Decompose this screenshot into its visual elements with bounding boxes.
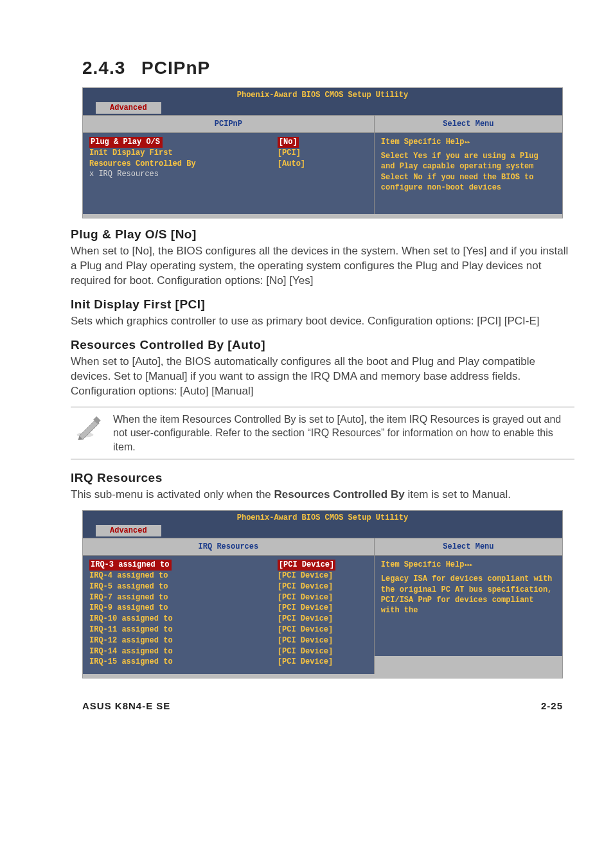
subsection-body: This sub-menu is activated only when the…	[71, 488, 574, 502]
footer-page-number: 2-25	[541, 700, 563, 711]
bios-item-value	[278, 169, 368, 180]
bios-item-value: [PCI Device]	[278, 571, 368, 581]
bios-item-row: IRQ-9 assigned to[PCI Device]	[89, 603, 368, 614]
bios-item-row: IRQ-10 assigned to[PCI Device]	[89, 614, 368, 624]
bios-right-header: Select Menu	[375, 116, 562, 133]
subsection-title: Resources Controlled By [Auto]	[71, 338, 574, 352]
bios-help-title: Item Specific Help	[381, 137, 465, 146]
bios-item-label: Plug & Play O/S	[89, 137, 163, 148]
bios-item-label: x IRQ Resources	[89, 169, 278, 180]
text-strong: Resources Controlled By	[274, 488, 405, 500]
bios-item-label: IRQ-3 assigned to	[89, 560, 172, 571]
subsection-title: IRQ Resources	[71, 471, 574, 485]
note-callout: When the item Resources Controlled By is…	[71, 407, 574, 460]
bios-item-value: [PCI Device]	[278, 657, 368, 668]
bios-item-value: [PCI Device]	[278, 624, 368, 635]
bios-item-row: IRQ-12 assigned to[PCI Device]	[89, 635, 368, 646]
section-name: PCIPnP	[141, 58, 210, 78]
bios-item-row: Plug & Play O/S[No]	[89, 137, 368, 148]
subsection-title: Init Display First [PCI]	[71, 297, 574, 312]
bios-item-row: IRQ-7 assigned to[PCI Device]	[89, 592, 368, 603]
bios-help-title: Item Specific Help	[381, 560, 465, 569]
bios-item-row: IRQ-15 assigned to[PCI Device]	[89, 657, 368, 668]
bios-item-label: Init Display First	[89, 148, 278, 159]
bios-item-label: IRQ-10 assigned to	[89, 614, 278, 624]
note-text: When the item Resources Controlled By is…	[113, 412, 571, 454]
bios-item-row: IRQ-4 assigned to[PCI Device]	[89, 571, 368, 581]
bios-left-header: PCIPnP	[83, 116, 374, 133]
bios-item-label: IRQ-15 assigned to	[89, 657, 278, 668]
bios-item-label: Resources Controlled By	[89, 159, 278, 170]
bios-item-row: Resources Controlled By[Auto]	[89, 159, 368, 170]
bios-item-row: x IRQ Resources	[89, 169, 368, 180]
pencil-icon	[75, 412, 103, 441]
bios-title: Phoenix-Award BIOS CMOS Setup Utility	[83, 511, 562, 525]
bios-left-header: IRQ Resources	[83, 538, 374, 556]
subsection-body: When set to [No], the BIOS configures al…	[71, 244, 574, 288]
subsection-title: Plug & Play O/S [No]	[71, 227, 574, 242]
bios-tab-advanced: Advanced	[96, 102, 161, 114]
bios-item-row: IRQ-5 assigned to[PCI Device]	[89, 581, 368, 592]
bios-screenshot-irq: Phoenix-Award BIOS CMOS Setup Utility Ad…	[82, 510, 563, 678]
bios-item-label: IRQ-9 assigned to	[89, 603, 278, 614]
text: This sub-menu is activated only when the	[71, 488, 274, 500]
bios-help-body: Legacy ISA for devices compliant with th…	[381, 574, 556, 616]
bios-item-value: [PCI Device]	[278, 646, 368, 657]
bios-item-value: [PCI Device]	[278, 581, 368, 592]
bios-tab-advanced: Advanced	[96, 525, 161, 536]
bios-item-row: Init Display First[PCI]	[89, 148, 368, 159]
bios-item-value: [PCI Device]	[278, 614, 368, 624]
bios-screenshot-pcipnp: Phoenix-Award BIOS CMOS Setup Utility Ad…	[82, 87, 563, 218]
footer-product: ASUS K8N4-E SE	[82, 700, 170, 711]
bios-help-body: Select Yes if you are using a Plug and P…	[381, 151, 556, 193]
bios-item-row: IRQ-14 assigned to[PCI Device]	[89, 646, 368, 657]
subsection-body: When set to [Auto], the BIOS automatical…	[71, 355, 574, 399]
bios-item-label: IRQ-12 assigned to	[89, 635, 278, 646]
bios-item-value: [No]	[278, 137, 368, 148]
bios-item-label: IRQ-7 assigned to	[89, 592, 278, 603]
bios-item-value: [PCI Device]	[278, 560, 368, 571]
bios-item-value: [Auto]	[278, 159, 368, 170]
bios-item-label: IRQ-11 assigned to	[89, 624, 278, 635]
bios-item-value: [PCI Device]	[278, 592, 368, 603]
bios-right-header: Select Menu	[375, 538, 562, 556]
bios-item-row: IRQ-11 assigned to[PCI Device]	[89, 624, 368, 635]
bios-item-value: [PCI]	[278, 148, 368, 159]
bios-title: Phoenix-Award BIOS CMOS Setup Utility	[83, 88, 562, 102]
arrow-icon	[464, 560, 472, 569]
bios-item-label: IRQ-5 assigned to	[89, 581, 278, 592]
bios-item-row: IRQ-3 assigned to[PCI Device]	[89, 560, 368, 571]
section-title: 2.4.3 PCIPnP	[82, 58, 574, 78]
bios-item-value: [PCI Device]	[278, 635, 368, 646]
subsection-body: Sets which graphics controller to use as…	[71, 314, 574, 329]
bios-item-label: IRQ-14 assigned to	[89, 646, 278, 657]
arrow-icon	[464, 137, 469, 146]
section-number: 2.4.3	[82, 58, 125, 78]
bios-item-value: [PCI Device]	[278, 603, 368, 614]
text: item is set to Manual.	[405, 488, 511, 500]
bios-item-label: IRQ-4 assigned to	[89, 571, 278, 581]
